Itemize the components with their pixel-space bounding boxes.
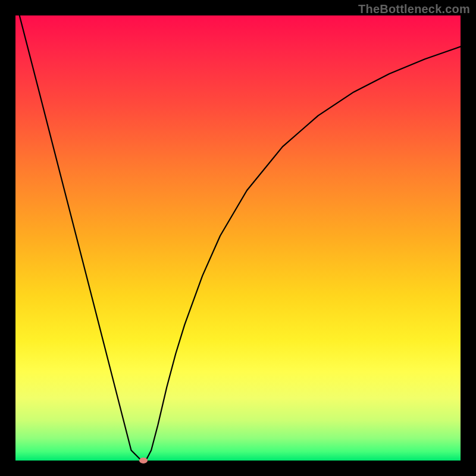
min-marker xyxy=(139,458,148,464)
chart-frame: TheBottleneck.com xyxy=(0,0,476,476)
attribution-text: TheBottleneck.com xyxy=(358,2,470,16)
line-curve xyxy=(15,15,461,461)
plot-area xyxy=(15,15,461,461)
